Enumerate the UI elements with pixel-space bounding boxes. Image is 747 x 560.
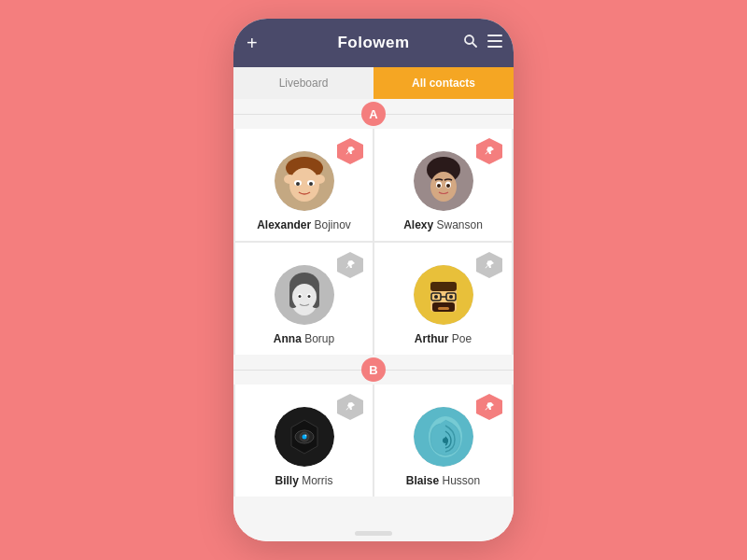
contact-card-alexander-bojinov[interactable]: Alexander Bojinov [235, 129, 373, 241]
section-divider-b: B [233, 355, 514, 385]
contacts-content[interactable]: A [233, 99, 514, 541]
svg-point-7 [289, 168, 319, 202]
contact-name-arthur: Arthur Poe [415, 332, 472, 345]
svg-point-39 [449, 295, 453, 299]
contact-name-blaise: Blaise Husson [406, 474, 480, 487]
menu-icon[interactable] [487, 35, 502, 51]
contacts-grid-b: Billy Morris [233, 385, 514, 497]
pin-badge-alexander[interactable] [337, 138, 363, 164]
svg-point-45 [304, 435, 306, 437]
section-divider-a: A [233, 99, 514, 129]
contact-name-anna: Anna Borup [274, 332, 334, 345]
svg-rect-4 [487, 46, 502, 48]
svg-rect-2 [487, 35, 502, 36]
svg-point-16 [430, 172, 457, 202]
contact-card-arthur-poe[interactable]: Arthur Poe [374, 243, 512, 355]
pin-badge-blaise[interactable] [476, 394, 502, 420]
contact-card-alexy-swanson[interactable]: Alexy Swanson [374, 129, 512, 241]
pin-badge-anna[interactable] [337, 252, 363, 278]
svg-line-1 [472, 43, 476, 47]
contact-card-anna-borup[interactable]: Anna Borup [235, 243, 373, 355]
svg-rect-40 [438, 307, 449, 310]
pin-badge-alexy[interactable] [476, 138, 502, 164]
svg-point-19 [437, 184, 441, 188]
contact-card-blaise-husson[interactable]: Blaise Husson [374, 385, 512, 497]
avatar-blaise [414, 407, 473, 467]
svg-point-11 [309, 182, 313, 186]
app-title: Folowem [337, 34, 409, 52]
avatar-alexy [414, 151, 473, 211]
avatar-alexander [275, 151, 334, 211]
section-badge-b: B [361, 357, 386, 382]
tab-allcontacts[interactable]: All contacts [374, 67, 514, 99]
contact-card-billy-morris[interactable]: Billy Morris [235, 385, 373, 497]
app-header: + Folowem [233, 19, 514, 67]
svg-point-30 [307, 295, 310, 298]
pin-badge-arthur[interactable] [476, 252, 502, 278]
header-icons [463, 34, 502, 52]
contact-name-billy: Billy Morris [275, 474, 332, 487]
pin-badge-billy[interactable] [337, 394, 363, 420]
section-badge-a: A [361, 102, 386, 126]
svg-point-48 [443, 438, 448, 443]
home-indicator [355, 531, 392, 536]
avatar-billy [275, 407, 334, 467]
avatar-arthur [414, 265, 473, 325]
search-icon[interactable] [463, 34, 478, 52]
contact-name-alexander: Alexander Bojinov [257, 218, 351, 231]
svg-point-12 [284, 175, 295, 184]
contact-name-alexy: Alexy Swanson [403, 218, 483, 231]
svg-point-13 [314, 175, 325, 184]
tabs-row: Liveboard All contacts [233, 67, 514, 99]
svg-point-38 [434, 295, 438, 299]
svg-rect-3 [487, 40, 502, 42]
svg-point-10 [296, 182, 300, 186]
add-button[interactable]: + [247, 33, 258, 54]
contacts-grid-a: Alexander Bojinov [233, 129, 514, 355]
svg-point-20 [446, 184, 450, 188]
avatar-anna [275, 265, 334, 325]
svg-rect-33 [430, 282, 457, 291]
phone-container: + Folowem Liveboard All contac [233, 19, 514, 541]
svg-point-29 [298, 295, 301, 298]
tab-liveboard[interactable]: Liveboard [233, 67, 374, 99]
